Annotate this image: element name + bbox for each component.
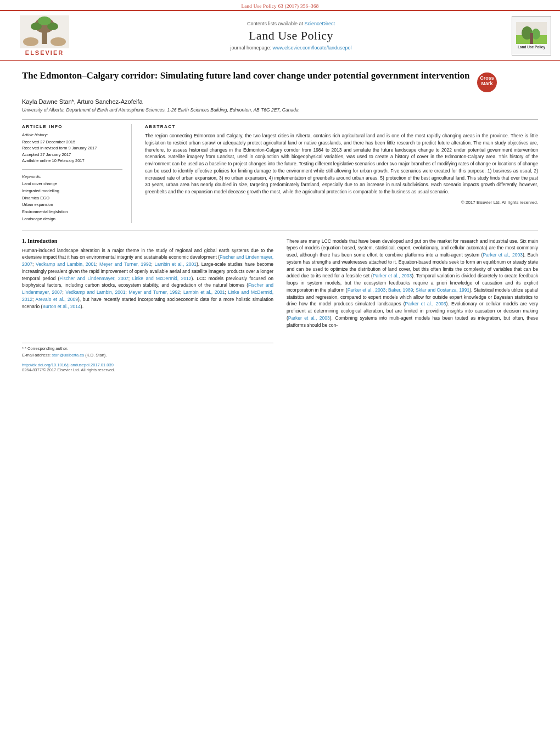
article-authors: Kayla Dawne Stan*, Arturo Sanchez-Azofei…: [22, 98, 538, 105]
keyword-4: Urban expansion: [22, 202, 122, 209]
email-footnote: E-mail address: stan@ualberta.ca (K.D. S…: [22, 352, 273, 358]
keywords-label: Keywords:: [22, 174, 122, 179]
abstract-column: ABSTRACT The region connecting Edmonton …: [145, 124, 538, 223]
svg-point-5: [38, 16, 51, 25]
page-container: Land Use Policy 63 (2017) 356–368: [0, 0, 560, 378]
homepage-label: journal homepage:: [230, 45, 271, 51]
received-revised-date: Received in revised form 9 January 2017: [22, 145, 122, 151]
section-divider: [22, 231, 538, 231]
svg-text:Mark: Mark: [481, 81, 493, 86]
rights-text: 0264-8377/© 2017 Elsevier Ltd. All right…: [22, 367, 273, 372]
sciencedirect-link[interactable]: ScienceDirect: [305, 21, 335, 26]
ref-lambin-2001b[interactable]: Lambin et al., 2001: [183, 289, 225, 295]
copyright-text: © 2017 Elsevier Ltd. All rights reserved…: [145, 200, 538, 205]
history-label: Article history:: [22, 132, 122, 137]
journal-citation: Land Use Policy 63 (2017) 356–368: [241, 3, 318, 9]
ref-burton-2014[interactable]: Burton et al., 2014: [42, 304, 80, 309]
article-affiliation: University of Alberta, Department of Ear…: [22, 107, 538, 113]
sciencedirect-line: Contents lists available at ScienceDirec…: [86, 21, 496, 26]
info-divider: [22, 169, 122, 170]
section1-title: Introduction: [27, 238, 57, 244]
corresponding-footnote: * * Corresponding author.: [22, 345, 273, 352]
section1-number: 1.: [22, 238, 26, 244]
ref-parker-2003d[interactable]: Parker et al., 2003: [405, 301, 446, 306]
keyword-2: Integrated modelling: [22, 188, 122, 195]
svg-rect-9: [58, 38, 63, 45]
available-date: Available online 10 February 2017: [22, 158, 122, 164]
keywords-section: Keywords: Land cover change Integrated m…: [22, 174, 122, 223]
body-content: 1. Introduction Human-induced landscape …: [22, 238, 538, 372]
crossmark-badge: Cross Mark: [477, 72, 497, 94]
keyword-3: Dinamica EGO: [22, 195, 122, 202]
email-label: E-mail address:: [22, 353, 51, 358]
elsevier-logo-section: ELSEVIER: [9, 15, 80, 56]
article-info-column: ARTICLE INFO Article history: Received 2…: [22, 124, 132, 223]
ref-meyer-1992b[interactable]: Meyer and Turner, 1992: [128, 289, 180, 295]
journal-header-center: Contents lists available at ScienceDirec…: [80, 21, 502, 51]
keyword-5: Environmental legislation: [22, 209, 122, 216]
article-info-title: ARTICLE INFO: [22, 124, 122, 129]
journal-badge: Land Use Policy: [512, 16, 551, 55]
article-content: The Edmonton–Calgary corridor: Simulatin…: [0, 61, 560, 378]
ref-arevalo-2009[interactable]: Arevalo et al., 2009: [36, 297, 78, 302]
ref-vedkamp-2001b[interactable]: Vedkamp and Lambin, 2001: [65, 289, 125, 295]
svg-rect-8: [26, 38, 31, 45]
footnote-corresponding: * Corresponding author.: [25, 346, 68, 351]
elsevier-tree-icon: [20, 15, 69, 48]
journal-citation-bar: Land Use Policy 63 (2017) 356–368: [0, 0, 560, 10]
ref-parker-2003b[interactable]: Parker et al., 2003: [373, 273, 412, 278]
footnote-divider: [22, 343, 273, 343]
svg-rect-14: [530, 33, 533, 44]
article-history: Article history: Received 27 December 20…: [22, 132, 122, 164]
doi-link[interactable]: http://dx.doi.org/10.1016/j.landusepol.2…: [22, 362, 273, 367]
intro-paragraph-1: Human-induced landscape alteration is a …: [22, 247, 273, 310]
badge-label: Land Use Policy: [518, 45, 545, 49]
badge-image: [516, 22, 547, 44]
article-info-abstract: ARTICLE INFO Article history: Received 2…: [22, 124, 538, 223]
received-date: Received 27 December 2015: [22, 139, 122, 145]
body-col-right: There are many LCC models that have been…: [287, 238, 538, 372]
footnote-section: * * Corresponding author. E-mail address…: [22, 343, 273, 372]
body-col-left: 1. Introduction Human-induced landscape …: [22, 238, 273, 372]
ref-meyer-1992[interactable]: Meyer and Turner, 1992: [99, 261, 151, 267]
ref-vedkamp-2001[interactable]: Vedkamp and Lambin, 2001: [36, 261, 96, 267]
keyword-1: Land cover change: [22, 181, 122, 188]
email-suffix: (K.D. Stan).: [85, 353, 107, 358]
email-link[interactable]: stan@ualberta.ca: [52, 353, 84, 358]
svg-rect-2: [42, 32, 47, 44]
accepted-date: Accepted 27 January 2017: [22, 152, 122, 158]
journal-header: ELSEVIER Contents lists available at Sci…: [0, 10, 560, 61]
ref-linke-2012[interactable]: Linke and McDermid, 2012: [132, 276, 192, 281]
keyword-6: Landscape design: [22, 216, 122, 223]
abstract-text: The region connecting Edmonton and Calga…: [145, 132, 538, 196]
abstract-title: ABSTRACT: [145, 124, 538, 129]
badge-text: Land Use Policy: [518, 45, 545, 49]
article-divider: [22, 119, 538, 120]
journal-badge-section: Land Use Policy: [502, 16, 551, 55]
svg-text:Cross: Cross: [480, 75, 494, 81]
ref-sklar-1991[interactable]: Sklar and Costanza, 1991: [416, 287, 469, 293]
elsevier-wordmark: ELSEVIER: [25, 49, 64, 56]
journal-title: Land Use Policy: [86, 29, 496, 43]
doi-section: http://dx.doi.org/10.1016/j.landusepol.2…: [22, 362, 273, 372]
ref-parker-2003[interactable]: Parker et al., 2003: [483, 252, 523, 258]
homepage-url[interactable]: www.elsevier.com/locate/landusepol: [273, 45, 352, 51]
ref-parker-2003e[interactable]: Parker et al., 2003: [288, 315, 330, 321]
ref-baker-1989[interactable]: Baker, 1989: [388, 287, 413, 293]
contents-label: Contents lists available at: [247, 21, 303, 26]
ref-lambin-2001[interactable]: Lambin et al., 2001: [155, 261, 197, 267]
article-title: The Edmonton–Calgary corridor: Simulatin…: [22, 70, 470, 82]
homepage-line: journal homepage: www.elsevier.com/locat…: [86, 45, 496, 51]
ref-parker-2003c[interactable]: Parker et al., 2003: [348, 287, 386, 293]
intro-paragraph-2: There are many LCC models that have been…: [287, 238, 538, 329]
section1-heading: 1. Introduction: [22, 238, 273, 244]
ref-fischer-2007b[interactable]: Fischer and Lindenmayer, 2007: [59, 276, 128, 281]
